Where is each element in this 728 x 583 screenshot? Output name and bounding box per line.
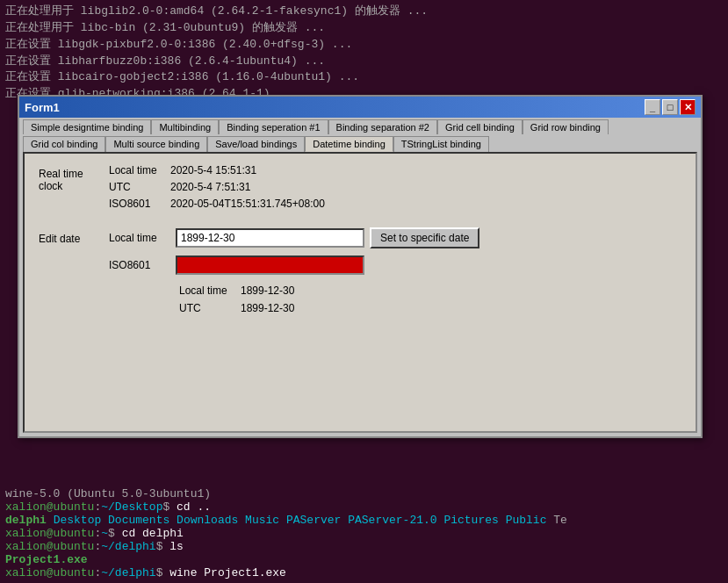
real-time-clock-label: Real time clock <box>39 162 109 192</box>
tab-grid-row[interactable]: Grid row binding <box>523 119 609 134</box>
sub-localtime-key: Local time <box>179 282 241 299</box>
real-time-clock-content: Local time 2020-5-4 15:51:31 UTC 2020-5-… <box>109 162 681 213</box>
tab-datetime[interactable]: Datetime binding <box>305 136 393 152</box>
tabs-container: Simple designtime binding Multibinding B… <box>19 118 701 152</box>
dialog-title: Form1 <box>25 101 60 114</box>
terminal-line-1: 正在处理用于 libglib2.0-0:amd64 (2.64.2-1-fake… <box>5 4 723 20</box>
edit-date-section: Edit date Local time Set to specific dat… <box>39 227 681 318</box>
minimize-button[interactable]: _ <box>645 99 660 115</box>
sub-utc-row: UTC 1899-12-30 <box>179 299 681 317</box>
tab-multi-source[interactable]: Multi source binding <box>105 136 207 152</box>
tab-save-load[interactable]: Save/load bindings <box>207 136 305 152</box>
dialog-content: Real time clock Local time 2020-5-4 15:5… <box>23 152 697 433</box>
sub-localtime-val: 1899-12-30 <box>241 282 294 299</box>
rtc-row-utc: UTC 2020-5-4 7:51:31 <box>109 179 681 196</box>
tab-grid-col[interactable]: Grid col binding <box>23 136 105 152</box>
tab-row-1: Simple designtime binding Multibinding B… <box>23 119 697 134</box>
terminal-bottom: wine-5.0 (Ubuntu 5.0-3ubuntu1) xalion@ub… <box>0 484 728 583</box>
terminal-line-2: 正在处理用于 libc-bin (2.31-0ubuntu9) 的触发器 ... <box>5 20 723 37</box>
edit-localtime-input[interactable] <box>176 228 364 248</box>
rtc-utc-key: UTC <box>109 179 170 196</box>
terminal-project-file: Project1.exe <box>5 553 723 566</box>
tab-row-2: Grid col binding Multi source binding Sa… <box>23 136 697 152</box>
edit-localtime-row: Local time Set to specific date <box>109 227 681 248</box>
terminal-prompt-2: xalion@ubuntu:~$ cd delphi <box>5 527 723 540</box>
tab-binding-sep-2[interactable]: Binding separation #2 <box>328 119 437 134</box>
rtc-localtime-val: 2020-5-4 15:51:31 <box>170 162 256 179</box>
rtc-localtime-key: Local time <box>109 162 170 179</box>
edit-iso-row: ISO8601 <box>109 256 681 275</box>
terminal-prompt-3: xalion@ubuntu:~/delphi$ ls <box>5 540 723 553</box>
tab-simple-designtime[interactable]: Simple designtime binding <box>23 119 151 134</box>
tab-binding-sep-1[interactable]: Binding seperation #1 <box>219 119 328 134</box>
terminal-prompt-4: xalion@ubuntu:~/delphi$ wine Project1.ex… <box>5 566 723 579</box>
tab-tstringlist[interactable]: TStringList binding <box>393 136 489 152</box>
edit-localtime-label: Local time <box>109 232 170 244</box>
terminal-wine-version: wine-5.0 (Ubuntu 5.0-3ubuntu1) <box>5 487 723 500</box>
close-button[interactable]: ✕ <box>680 99 696 115</box>
tab-multibinding[interactable]: Multibinding <box>151 119 219 134</box>
rtc-row-iso: ISO8601 2020-05-04T15:51:31.745+08:00 <box>109 196 681 212</box>
sub-utc-val: 1899-12-30 <box>241 299 294 317</box>
sub-utc-key: UTC <box>179 299 241 317</box>
prompt1-cmd: cd .. <box>169 500 211 514</box>
terminal-ls-output: delphi Desktop Documents Downloads Music… <box>5 514 723 527</box>
terminal-prompt-1: xalion@ubuntu:~/Desktop$ cd .. <box>5 500 723 514</box>
set-specific-date-button[interactable]: Set to specific date <box>370 227 479 248</box>
dialog-titlebar: Form1 _ □ ✕ <box>19 97 701 118</box>
tab-grid-cell[interactable]: Grid cell binding <box>437 119 523 134</box>
edit-iso-input[interactable] <box>176 256 364 275</box>
edit-date-content: Local time Set to specific date ISO8601 … <box>109 227 681 318</box>
rtc-iso-key: ISO8601 <box>109 196 170 212</box>
edit-iso-label: ISO8601 <box>109 259 170 271</box>
rtc-iso-val: 2020-05-04T15:51:31.745+08:00 <box>170 196 325 212</box>
prompt1-path: ~/Desktop <box>101 500 162 514</box>
terminal-line-5: 正在设置 libcairo-gobject2:i386 (1.16.0-4ubu… <box>5 69 723 86</box>
real-time-clock-section: Real time clock Local time 2020-5-4 15:5… <box>39 162 681 213</box>
terminal-line-3: 正在设置 libgdk-pixbuf2.0-0:i386 (2.40.0+dfs… <box>5 37 723 54</box>
maximize-button[interactable]: □ <box>662 99 678 115</box>
sub-localtime-row: Local time 1899-12-30 <box>179 282 681 299</box>
prompt1-user: xalion@ubuntu <box>5 500 94 514</box>
terminal-line-4: 正在设置 libharfbuzz0b:i386 (2.6.4-1ubuntu4)… <box>5 54 723 70</box>
edit-date-label: Edit date <box>39 227 109 245</box>
rtc-row-localtime: Local time 2020-5-4 15:51:31 <box>109 162 681 179</box>
titlebar-buttons: _ □ ✕ <box>645 99 696 115</box>
wine-dialog: Form1 _ □ ✕ Simple designtime binding Mu… <box>18 95 703 438</box>
rtc-utc-val: 2020-5-4 7:51:31 <box>170 179 250 196</box>
